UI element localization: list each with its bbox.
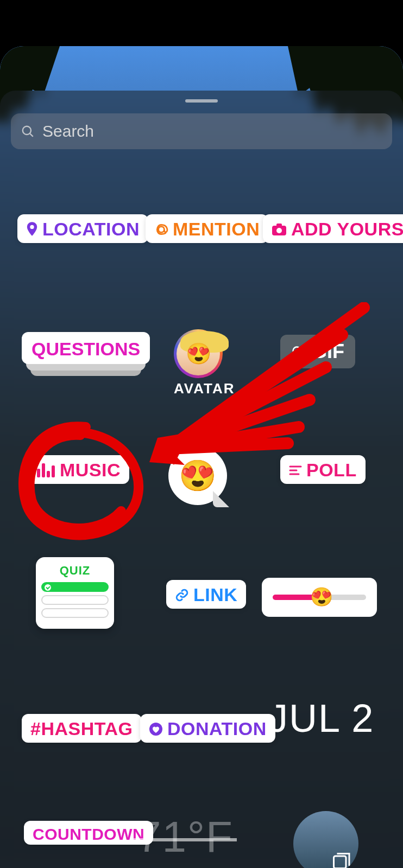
- sticker-emoji[interactable]: 😍: [168, 446, 227, 505]
- image-stack-icon: [331, 851, 351, 868]
- heart-circle-icon: [149, 722, 163, 736]
- sticker-location[interactable]: LOCATION: [17, 214, 148, 243]
- sticker-donation[interactable]: DONATION: [140, 714, 275, 743]
- soundwave-icon: [36, 463, 55, 477]
- sticker-tray-sheet: Search LOCATION MENTION ADD YOURS: [0, 91, 403, 868]
- sticker-avatar[interactable]: 😍 AVATAR: [174, 329, 235, 397]
- search-icon: [291, 345, 304, 358]
- search-input[interactable]: Search: [11, 113, 392, 149]
- svg-rect-5: [276, 224, 282, 227]
- sticker-hashtag[interactable]: #HASHTAG: [22, 714, 142, 743]
- sticker-add-yours[interactable]: ADD YOURS: [263, 214, 403, 243]
- threads-at-icon: [154, 221, 168, 238]
- sticker-emoji-slider[interactable]: 😍: [262, 578, 377, 617]
- sticker-date[interactable]: JUL 2: [268, 696, 374, 741]
- svg-point-1: [23, 126, 31, 135]
- sticker-poll[interactable]: POLL: [280, 455, 366, 484]
- svg-point-3: [30, 225, 34, 228]
- svg-line-2: [30, 133, 33, 136]
- svg-rect-13: [334, 856, 347, 868]
- sheet-grabber[interactable]: [185, 99, 218, 103]
- sticker-quiz[interactable]: QUIZ: [36, 557, 114, 629]
- heart-eyes-emoji-icon: 😍: [310, 586, 333, 608]
- quiz-option: [41, 608, 109, 618]
- svg-line-19: [168, 443, 288, 449]
- link-icon: [175, 588, 189, 602]
- location-pin-icon: [26, 222, 38, 237]
- poll-bars-icon: [289, 464, 302, 476]
- avatar-ring-icon: 😍: [174, 329, 223, 378]
- sticker-grid: LOCATION MENTION ADD YOURS QUESTIONS: [0, 199, 403, 868]
- svg-point-6: [276, 228, 282, 233]
- sticker-gif[interactable]: GIF: [280, 335, 355, 368]
- camera-icon: [272, 223, 287, 236]
- heart-eyes-emoji-icon: 😍: [179, 458, 217, 494]
- quiz-option-correct: [41, 582, 109, 592]
- story-editor-background: Search LOCATION MENTION ADD YOURS: [0, 46, 403, 868]
- sticker-link[interactable]: LINK: [166, 580, 246, 609]
- sticker-music[interactable]: MUSIC: [27, 455, 129, 484]
- svg-line-17: [168, 400, 310, 449]
- sticker-weather[interactable]: 71°F: [137, 812, 234, 862]
- search-placeholder: Search: [42, 122, 94, 141]
- sticker-questions[interactable]: QUESTIONS: [22, 332, 150, 364]
- slider-track: 😍: [273, 595, 366, 600]
- sticker-mention[interactable]: MENTION: [146, 214, 268, 243]
- svg-line-18: [168, 427, 299, 449]
- svg-point-7: [293, 347, 301, 355]
- quiz-option: [41, 595, 109, 605]
- search-icon: [21, 124, 35, 138]
- svg-line-8: [300, 354, 303, 356]
- sticker-photo[interactable]: [293, 811, 358, 868]
